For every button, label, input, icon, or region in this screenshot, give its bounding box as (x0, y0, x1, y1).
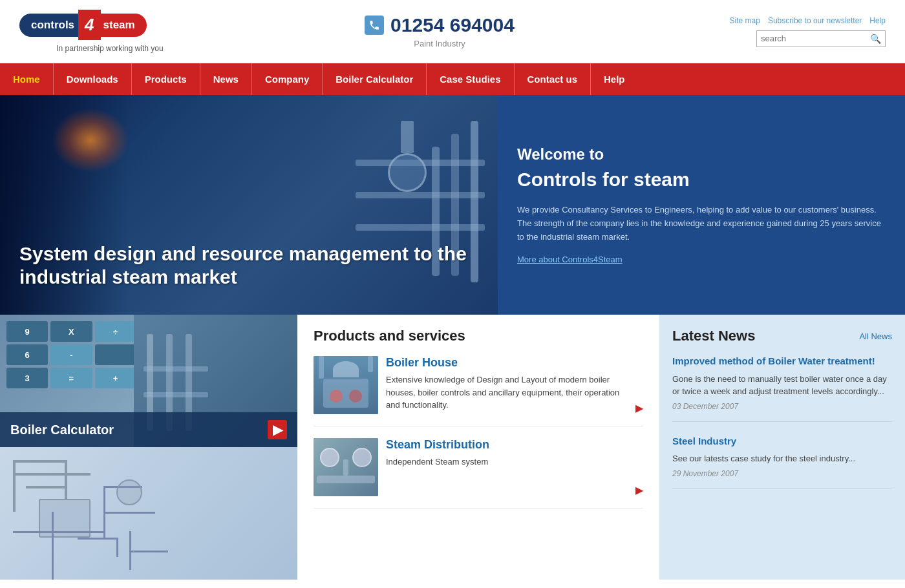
hero-description: We provide Consultancy Services to Engin… (517, 204, 886, 244)
product-item-steam: Steam Distribution Independent Steam sys… (314, 438, 643, 509)
phone-icon (365, 16, 384, 35)
newsletter-link[interactable]: Subscribe to our newsletter (768, 16, 862, 25)
play-button[interactable]: ▶ (268, 420, 287, 439)
hero-welcome-heading: Controls for steam (517, 169, 886, 191)
boiler-house-info: Boiler House Extensive knowledge of Desi… (386, 356, 628, 414)
phone-number: 01254 694004 (390, 14, 515, 36)
hero-banner: System design and resource management to… (0, 95, 905, 315)
hero-welcome-title: Welcome to (517, 145, 886, 163)
header-links: Site map Subscribe to our newsletter Hel… (730, 16, 886, 25)
steam-thumb (314, 438, 378, 496)
logo-right-text: steam (103, 19, 135, 32)
nav-contact[interactable]: Contact us (515, 63, 591, 95)
hero-image: System design and resource management to… (0, 95, 498, 315)
nav-downloads[interactable]: Downloads (54, 63, 132, 95)
help-header-link[interactable]: Help (869, 16, 886, 25)
boiler-calculator-image[interactable]: 9 X ÷ 6 - 3 = + (0, 315, 297, 447)
logo-area: controls 4 steam In partnership working … (19, 10, 200, 53)
search-input[interactable] (761, 34, 870, 43)
site-map-link[interactable]: Site map (730, 16, 760, 25)
header-phone-area: 01254 694004 Paint Industry (200, 14, 679, 48)
nav-home[interactable]: Home (0, 63, 54, 95)
news-column: Latest News All News Improved method of … (659, 315, 905, 580)
hero-more-link[interactable]: More about Controls4Steam (517, 255, 886, 264)
main-content: 9 X ÷ 6 - 3 = + (0, 315, 905, 580)
boiler-calculator-label[interactable]: Boiler Calculator ▶ (0, 412, 297, 447)
all-news-link[interactable]: All News (859, 331, 892, 341)
news-date-1: 03 December 2007 (672, 402, 892, 411)
nav-help[interactable]: Help (591, 63, 638, 95)
logo-left-text: controls (31, 19, 74, 32)
nav-bar: Home Downloads Products News Company Boi… (0, 63, 905, 95)
nav-boiler-calculator[interactable]: Boiler Calculator (323, 63, 427, 95)
logo-middle-text: 4 (85, 15, 94, 35)
header-right: Site map Subscribe to our newsletter Hel… (679, 16, 886, 47)
boiler-house-thumb (314, 356, 378, 414)
boiler-house-description: Extensive knowledge of Design and Layout… (386, 373, 628, 412)
left-column: 9 X ÷ 6 - 3 = + (0, 315, 297, 580)
news-title-2[interactable]: Steel Industry (672, 435, 892, 448)
news-header: Latest News All News (672, 328, 892, 344)
nav-case-studies[interactable]: Case Studies (427, 63, 514, 95)
nav-company[interactable]: Company (252, 63, 323, 95)
logo[interactable]: controls 4 steam (19, 10, 200, 40)
steam-info: Steam Distribution Independent Steam sys… (386, 438, 489, 496)
boiler-calc-text: Boiler Calculator (10, 423, 114, 437)
product-item-boiler-house: Boiler House Extensive knowledge of Desi… (314, 356, 643, 426)
nav-products[interactable]: Products (132, 63, 200, 95)
news-heading: Latest News (672, 328, 755, 344)
boiler-house-arrow[interactable]: ▶ (635, 402, 643, 414)
industry-text: Paint Industry (414, 39, 465, 48)
boiler-house-title[interactable]: Boiler House (386, 356, 628, 370)
diagram-image (0, 447, 297, 580)
nav-news[interactable]: News (200, 63, 252, 95)
news-title-1[interactable]: Improved method of Boiler Water treatmen… (672, 355, 892, 368)
hero-tagline: System design and resource management to… (19, 242, 498, 289)
products-heading: Products and services (314, 328, 643, 344)
search-box: 🔍 (756, 30, 886, 47)
logo-tagline: In partnership working with you (19, 44, 200, 53)
products-column: Products and services Boiler House Exten… (297, 315, 659, 580)
news-date-2: 29 November 2007 (672, 469, 892, 478)
search-button[interactable]: 🔍 (870, 34, 881, 44)
news-item-1: Improved method of Boiler Water treatmen… (672, 355, 892, 422)
news-item-2: Steel Industry See our latests case stud… (672, 435, 892, 489)
hero-info-panel: Welcome to Controls for steam We provide… (498, 95, 905, 315)
site-header: controls 4 steam In partnership working … (0, 0, 905, 63)
news-description-2: See our latests case study for the steel… (672, 452, 892, 465)
news-description-1: Gone is the need to manually test boiler… (672, 373, 892, 398)
steam-description: Independent Steam system (386, 456, 489, 468)
steam-arrow[interactable]: ▶ (635, 484, 643, 496)
steam-title[interactable]: Steam Distribution (386, 438, 489, 452)
